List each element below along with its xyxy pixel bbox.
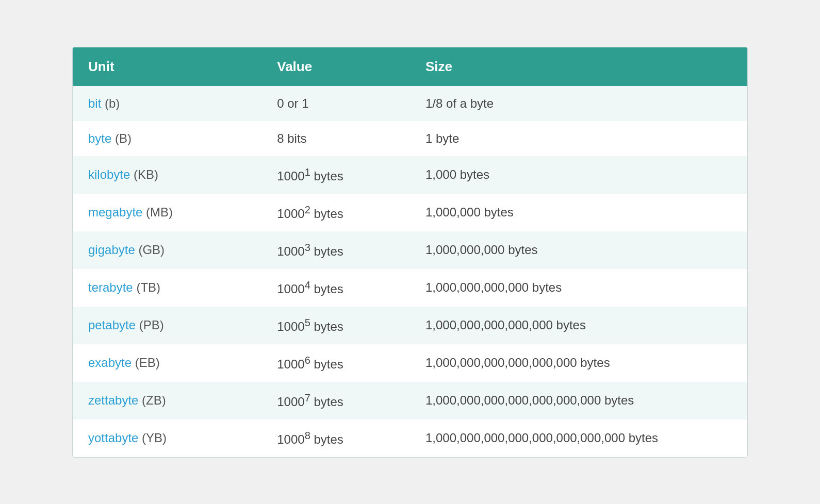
unit-abbr: (EB) xyxy=(132,356,160,369)
table-row: zettabyte (ZB)10007 bytes1,000,000,000,0… xyxy=(73,382,747,419)
unit-size: 1,000,000,000,000,000,000,000 bytes xyxy=(410,382,747,419)
unit-value: 10006 bytes xyxy=(261,344,410,382)
unit-size: 1 byte xyxy=(410,121,747,156)
unit-value: 0 or 1 xyxy=(261,86,410,121)
table-row: gigabyte (GB)10003 bytes1,000,000,000 by… xyxy=(73,231,747,269)
unit-size: 1,000,000 bytes xyxy=(410,194,747,231)
unit-abbr: (ZB) xyxy=(138,393,166,407)
unit-name: bit xyxy=(88,96,101,110)
unit-value: 10007 bytes xyxy=(261,382,410,419)
unit-value: 10008 bytes xyxy=(261,419,410,457)
unit-abbr: (TB) xyxy=(133,280,160,294)
unit-value: 8 bits xyxy=(261,121,410,156)
unit-name: gigabyte xyxy=(88,243,135,257)
unit-name: yottabyte xyxy=(88,431,138,445)
unit-name: kilobyte xyxy=(88,167,130,181)
unit-size: 1/8 of a byte xyxy=(410,86,747,121)
unit-abbr: (GB) xyxy=(135,243,165,257)
table-header-row: Unit Value Size xyxy=(73,47,747,86)
unit-abbr: (B) xyxy=(111,131,132,145)
header-value: Value xyxy=(261,47,410,86)
unit-abbr: (b) xyxy=(101,96,120,110)
unit-name: petabyte xyxy=(88,318,136,332)
unit-size: 1,000,000,000,000,000 bytes xyxy=(410,307,747,344)
unit-abbr: (MB) xyxy=(142,205,173,219)
table-row: bit (b)0 or 11/8 of a byte xyxy=(73,86,747,121)
unit-value: 10003 bytes xyxy=(261,231,410,269)
table-row: kilobyte (KB)10001 bytes1,000 bytes xyxy=(73,156,747,194)
unit-size: 1,000,000,000,000,000,000,000,000 bytes xyxy=(410,419,747,457)
unit-name: terabyte xyxy=(88,280,133,294)
unit-size: 1,000,000,000 bytes xyxy=(410,231,747,269)
unit-size: 1,000,000,000,000 bytes xyxy=(410,269,747,307)
unit-size: 1,000 bytes xyxy=(410,156,747,194)
header-unit: Unit xyxy=(73,47,261,86)
unit-abbr: (KB) xyxy=(130,167,158,181)
table-row: byte (B)8 bits1 byte xyxy=(73,121,747,156)
unit-value: 10004 bytes xyxy=(261,269,410,307)
unit-value: 10002 bytes xyxy=(261,194,410,231)
unit-abbr: (YB) xyxy=(138,431,167,445)
unit-name: megabyte xyxy=(88,205,142,219)
data-table: Unit Value Size bit (b)0 or 11/8 of a by… xyxy=(72,47,748,458)
unit-name: exabyte xyxy=(88,356,132,369)
header-size: Size xyxy=(410,47,747,86)
unit-size: 1,000,000,000,000,000,000 bytes xyxy=(410,344,747,382)
table-row: exabyte (EB)10006 bytes1,000,000,000,000… xyxy=(73,344,747,382)
unit-name: byte xyxy=(88,131,111,145)
table-row: terabyte (TB)10004 bytes1,000,000,000,00… xyxy=(73,269,747,307)
table-row: megabyte (MB)10002 bytes1,000,000 bytes xyxy=(73,194,747,231)
unit-abbr: (PB) xyxy=(136,318,164,332)
table-row: yottabyte (YB)10008 bytes1,000,000,000,0… xyxy=(73,419,747,457)
table-row: petabyte (PB)10005 bytes1,000,000,000,00… xyxy=(73,307,747,344)
unit-value: 10001 bytes xyxy=(261,156,410,194)
unit-name: zettabyte xyxy=(88,393,138,407)
unit-value: 10005 bytes xyxy=(261,307,410,344)
